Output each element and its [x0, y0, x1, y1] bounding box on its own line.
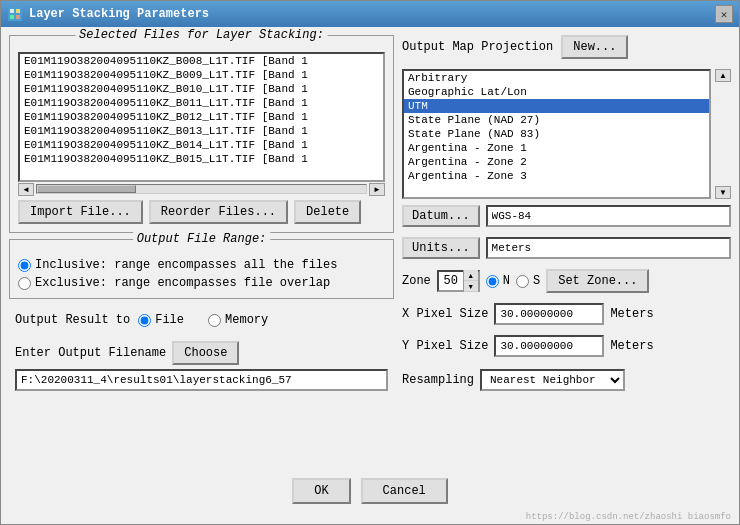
file-list-container[interactable]: E01M119O382004095110KZ_B008_L1T.TIF [Ban… — [18, 52, 385, 182]
import-file-button[interactable]: Import File... — [18, 200, 143, 224]
enter-filename-label: Enter Output Filename — [15, 346, 166, 360]
range-group: Output File Range: Inclusive: range enco… — [9, 239, 394, 299]
inclusive-radio-label[interactable]: Inclusive: range encompasses all the fil… — [18, 258, 385, 272]
titlebar-left: Layer Stacking Parameters — [7, 6, 209, 22]
file-list-item[interactable]: E01M119O382004095110KZ_B013_L1T.TIF [Ban… — [20, 124, 383, 138]
file-list-item[interactable]: E01M119O382004095110KZ_B015_L1T.TIF [Ban… — [20, 152, 383, 166]
units-field[interactable] — [486, 237, 731, 259]
projection-list-item[interactable]: Argentina - Zone 1 — [404, 141, 709, 155]
units-row: Units... — [402, 237, 731, 259]
y-pixel-label: Y Pixel Size — [402, 339, 488, 353]
file-list: E01M119O382004095110KZ_B008_L1T.TIF [Ban… — [20, 54, 383, 166]
files-group-title: Selected Files for Layer Stacking: — [75, 28, 328, 42]
units-button[interactable]: Units... — [402, 237, 480, 259]
bottom-buttons: OK Cancel — [1, 474, 739, 512]
projection-list-item[interactable]: UTM — [404, 99, 709, 113]
x-pixel-field[interactable] — [494, 303, 604, 325]
n-radio-label[interactable]: N — [486, 274, 510, 288]
projection-list-item[interactable]: Argentina - Zone 2 — [404, 155, 709, 169]
zone-down-btn[interactable]: ▼ — [464, 281, 478, 292]
projection-list-item[interactable]: Geographic Lat/Lon — [404, 85, 709, 99]
y-pixel-field[interactable] — [494, 335, 604, 357]
file-list-item[interactable]: E01M119O382004095110KZ_B008_L1T.TIF [Ban… — [20, 54, 383, 68]
inclusive-label: Inclusive: range encompasses all the fil… — [35, 258, 337, 272]
svg-rect-3 — [10, 15, 14, 19]
proj-scroll-down[interactable]: ▼ — [715, 186, 731, 199]
file-radio-label[interactable]: File — [138, 313, 184, 327]
y-pixel-unit: Meters — [610, 339, 653, 353]
filename-row: Enter Output Filename Choose — [15, 341, 388, 365]
scroll-left-btn[interactable]: ◄ — [18, 183, 34, 196]
exclusive-radio-label[interactable]: Exclusive: range encompasses file overla… — [18, 276, 385, 290]
n-label: N — [503, 274, 510, 288]
zone-value: 50 — [439, 274, 463, 288]
map-proj-label: Output Map Projection — [402, 40, 553, 54]
ok-button[interactable]: OK — [292, 478, 350, 504]
proj-scroll-up[interactable]: ▲ — [715, 69, 731, 82]
files-group: Selected Files for Layer Stacking: E01M1… — [9, 35, 394, 233]
memory-radio-label-text: Memory — [225, 313, 268, 327]
output-result-section: Output Result to File Memory — [9, 309, 394, 331]
file-list-item[interactable]: E01M119O382004095110KZ_B012_L1T.TIF [Ban… — [20, 110, 383, 124]
content-area: Selected Files for Layer Stacking: E01M1… — [1, 27, 739, 474]
file-radio[interactable] — [138, 314, 151, 327]
watermark: https://blog.csdn.net/zhaoshi biaosmfo — [1, 512, 739, 524]
ns-radio-group: N S — [486, 274, 540, 288]
output-result-label: Output Result to — [15, 313, 130, 327]
new-projection-button[interactable]: New... — [561, 35, 628, 59]
zone-spinner[interactable]: 50 ▲ ▼ — [437, 270, 480, 292]
x-pixel-unit: Meters — [610, 307, 653, 321]
zone-row: Zone 50 ▲ ▼ N S — [402, 269, 731, 293]
range-radio-group: Inclusive: range encompasses all the fil… — [18, 258, 385, 290]
file-buttons-row: Import File... Reorder Files... Delete — [18, 200, 385, 224]
svg-rect-2 — [16, 9, 20, 13]
s-radio[interactable] — [516, 275, 529, 288]
s-label: S — [533, 274, 540, 288]
datum-row: Datum... — [402, 205, 731, 227]
zone-up-btn[interactable]: ▲ — [464, 270, 478, 281]
scroll-track — [36, 184, 367, 194]
set-zone-button[interactable]: Set Zone... — [546, 269, 649, 293]
memory-radio-label[interactable]: Memory — [208, 313, 268, 327]
datum-button[interactable]: Datum... — [402, 205, 480, 227]
delete-button[interactable]: Delete — [294, 200, 361, 224]
app-icon — [7, 6, 23, 22]
zone-label: Zone — [402, 274, 431, 288]
scroll-right-btn[interactable]: ► — [369, 183, 385, 196]
s-radio-label[interactable]: S — [516, 274, 540, 288]
file-list-item[interactable]: E01M119O382004095110KZ_B009_L1T.TIF [Ban… — [20, 68, 383, 82]
right-panel: Output Map Projection New... ArbitraryGe… — [402, 35, 731, 466]
scrollbar-x[interactable]: ◄ ► — [18, 182, 385, 196]
zone-spinner-btns: ▲ ▼ — [463, 270, 478, 292]
file-list-item[interactable]: E01M119O382004095110KZ_B014_L1T.TIF [Ban… — [20, 138, 383, 152]
left-panel: Selected Files for Layer Stacking: E01M1… — [9, 35, 394, 466]
choose-button[interactable]: Choose — [172, 341, 239, 365]
filename-section: Enter Output Filename Choose — [9, 337, 394, 399]
datum-field[interactable] — [486, 205, 731, 227]
memory-radio[interactable] — [208, 314, 221, 327]
map-proj-row: Output Map Projection New... — [402, 35, 731, 59]
titlebar: Layer Stacking Parameters ✕ — [1, 1, 739, 27]
inclusive-radio[interactable] — [18, 259, 31, 272]
svg-rect-1 — [10, 9, 14, 13]
filename-input[interactable] — [15, 369, 388, 391]
resampling-label: Resampling — [402, 373, 474, 387]
projection-list-item[interactable]: State Plane (NAD 83) — [404, 127, 709, 141]
file-list-item[interactable]: E01M119O382004095110KZ_B011_L1T.TIF [Ban… — [20, 96, 383, 110]
projection-list[interactable]: ArbitraryGeographic Lat/LonUTMState Plan… — [402, 69, 711, 199]
close-button[interactable]: ✕ — [715, 5, 733, 23]
svg-rect-4 — [16, 15, 20, 19]
n-radio[interactable] — [486, 275, 499, 288]
file-list-item[interactable]: E01M119O382004095110KZ_B010_L1T.TIF [Ban… — [20, 82, 383, 96]
cancel-button[interactable]: Cancel — [361, 478, 448, 504]
exclusive-label: Exclusive: range encompasses file overla… — [35, 276, 330, 290]
resampling-select[interactable]: Nearest NeighborBilinearCubic Convolutio… — [480, 369, 625, 391]
y-pixel-row: Y Pixel Size Meters — [402, 335, 731, 357]
exclusive-radio[interactable] — [18, 277, 31, 290]
file-radio-label-text: File — [155, 313, 184, 327]
projection-list-item[interactable]: Argentina - Zone 3 — [404, 169, 709, 183]
range-group-title: Output File Range: — [133, 232, 271, 246]
reorder-files-button[interactable]: Reorder Files... — [149, 200, 288, 224]
projection-list-item[interactable]: State Plane (NAD 27) — [404, 113, 709, 127]
projection-list-item[interactable]: Arbitrary — [404, 71, 709, 85]
